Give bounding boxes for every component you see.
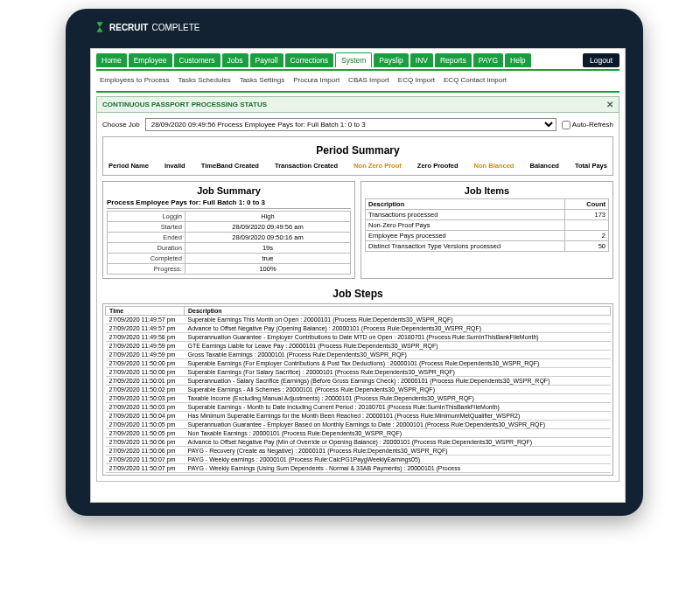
app-window: HomeEmployeeCustomersJobsPayrollCorrecti… [90, 48, 626, 503]
subnav-tasks-settings[interactable]: Tasks Settings [238, 74, 287, 86]
summary-two-col: Job Summary Process Employee Pays for: F… [102, 181, 613, 284]
subnav-ecq-import[interactable]: ECQ Import [396, 74, 437, 86]
auto-refresh-toggle[interactable]: Auto-Refresh [562, 121, 613, 129]
period-col: TimeBand Created [201, 162, 259, 170]
nav-tab-payg[interactable]: PAYG [473, 53, 503, 67]
job-summary-table: LogginHighStarted28/09/2020 09:49:56 amE… [107, 211, 351, 275]
table-row: LogginHigh [108, 212, 351, 222]
nav-tab-payslip[interactable]: Payslip [374, 53, 408, 67]
nav-tab-inv[interactable]: INV [410, 53, 433, 67]
job-items-table: DescriptionCountTransactions processed17… [365, 198, 609, 252]
nav-tab-help[interactable]: Help [505, 53, 530, 67]
panel-title: CONTINUOUS PASSPORT PROCESSING STATUS [102, 101, 267, 108]
table-row: Completedtrue [108, 254, 351, 264]
period-summary-title: Period Summary [107, 144, 609, 156]
table-row: 27/09/2020 11:49:59 pmGTE Earnings Liabl… [106, 342, 611, 351]
table-row: 27/09/2020 11:50:00 pmSuperable Earnings… [106, 359, 611, 368]
table-row: 27/09/2020 11:50:07 pmPAYG - Weekly earn… [106, 456, 611, 464]
job-items-box: Job Items DescriptionCountTransactions p… [360, 181, 613, 279]
job-steps-table: TimeDescription27/09/2020 11:49:57 pmSup… [105, 306, 611, 473]
period-col: Non Blanced [474, 162, 514, 170]
period-summary-box: Period Summary Period NameInvalidTimeBan… [102, 136, 613, 176]
period-summary-columns: Period NameInvalidTimeBand CreatedTransa… [107, 160, 609, 171]
nav-tab-employee[interactable]: Employee [129, 53, 172, 67]
table-row: 27/09/2020 11:50:06 pmPAYG - Recovery (C… [106, 447, 611, 456]
subnav-cbas-import[interactable]: CBAS Import [346, 74, 391, 86]
nav-tab-reports[interactable]: Reports [435, 53, 472, 67]
brand-name: RECRUIT [109, 23, 148, 32]
table-row: 27/09/2020 11:50:03 pmSuperable Earnings… [106, 403, 611, 412]
subnav-employees-to-process[interactable]: Employees to Process [98, 74, 172, 86]
table-row: Progress:100% [108, 264, 351, 275]
nav-tab-corrections[interactable]: Corrections [285, 53, 333, 67]
period-col: Non Zero Proof [354, 162, 402, 170]
choose-job-label: Choose Job [102, 121, 140, 129]
table-row: 27/09/2020 11:50:04 pmHas Minimum Supera… [106, 412, 611, 421]
table-header: DescriptionCount [366, 199, 609, 210]
close-icon[interactable]: ✕ [606, 100, 613, 109]
subnav-divider [96, 91, 620, 93]
period-col: Total Pays [575, 162, 607, 170]
table-row: 27/09/2020 11:49:57 pmSuperable Earnings… [106, 316, 611, 324]
sub-nav: Employees to ProcessTasks SchedulesTasks… [91, 71, 625, 89]
table-row: Transactions processed173 [366, 210, 609, 220]
subnav-procura-import[interactable]: Procura Import [291, 74, 341, 86]
brand-logo: RECRUIT COMPLETE [66, 19, 643, 42]
auto-refresh-checkbox[interactable] [562, 121, 570, 129]
brand-sub: COMPLETE [151, 23, 200, 32]
table-row: 27/09/2020 11:50:05 pmNon Taxable Earnin… [106, 429, 611, 438]
job-select[interactable]: 28/09/2020 09:49:56 Process Employee Pay… [145, 118, 556, 131]
subnav-tasks-schedules[interactable]: Tasks Schedules [177, 74, 233, 86]
table-row: Ended28/09/2020 09:50:16 am [108, 233, 351, 243]
table-row: 27/09/2020 11:50:05 pmSuperannuation Gua… [106, 421, 611, 429]
panel-body: Choose Job 28/09/2020 09:49:56 Process E… [96, 113, 620, 482]
period-col: Invalid [164, 162, 186, 170]
table-row: 27/09/2020 11:49:59 pmGross Taxable Earn… [106, 351, 611, 359]
nav-tab-customers[interactable]: Customers [174, 53, 220, 67]
main-nav: HomeEmployeeCustomersJobsPayrollCorrecti… [91, 49, 625, 69]
job-summary-box: Job Summary Process Employee Pays for: F… [102, 181, 355, 279]
table-row: Distinct Transaction Type Versions proce… [366, 241, 609, 252]
period-col: Balanced [530, 162, 559, 170]
period-col: Zero Proofed [417, 162, 458, 170]
table-row: 27/09/2020 11:49:58 pmSuperannuation Gua… [106, 333, 611, 342]
period-col: Transaction Created [275, 162, 338, 170]
nav-tab-jobs[interactable]: Jobs [222, 53, 248, 67]
table-row: 27/09/2020 11:50:02 pmSuperable Earnings… [106, 386, 611, 394]
table-row: 27/09/2020 11:49:57 pmAdvance to Offset … [106, 324, 611, 333]
table-row: 27/09/2020 11:50:06 pmAdvance to Offset … [106, 438, 611, 447]
table-row: Non-Zero Proof Pays [366, 220, 609, 231]
table-row: 27/09/2020 11:50:07 pmPAYG - Weekly Earn… [106, 464, 611, 473]
app-card: RECRUIT COMPLETE HomeEmployeeCustomersJo… [66, 9, 643, 516]
table-row: 27/09/2020 11:50:00 pmSuperable Earnings… [106, 368, 611, 377]
period-col: Period Name [108, 162, 149, 170]
nav-tab-system[interactable]: System [335, 52, 372, 67]
job-steps-box: TimeDescription27/09/2020 11:49:57 pmSup… [102, 303, 613, 476]
choose-job-row: Choose Job 28/09/2020 09:49:56 Process E… [102, 118, 613, 131]
nav-tab-payroll[interactable]: Payroll [250, 53, 284, 67]
job-summary-subhead: Process Employee Pays for: Full Batch 1:… [107, 198, 351, 209]
nav-tab-home[interactable]: Home [96, 53, 127, 67]
table-row: Employee Pays processed2 [366, 231, 609, 241]
panel-header: CONTINUOUS PASSPORT PROCESSING STATUS ✕ [96, 96, 620, 113]
job-summary-title: Job Summary [107, 185, 351, 196]
table-row: 27/09/2020 11:50:01 pmSuperannuation - S… [106, 377, 611, 386]
subnav-ecq-contact-import[interactable]: ECQ Contact Import [442, 74, 508, 86]
auto-refresh-label: Auto-Refresh [572, 121, 613, 129]
logout-button[interactable]: Logout [583, 53, 620, 67]
logo-icon [94, 21, 106, 33]
job-steps-title: Job Steps [102, 288, 613, 300]
table-row: Duration19s [108, 243, 351, 254]
job-items-title: Job Items [365, 185, 609, 196]
table-header: TimeDescription [106, 307, 611, 316]
table-row: Started28/09/2020 09:49:56 am [108, 222, 351, 233]
table-row: 27/09/2020 11:50:03 pmTaxable Income (Ex… [106, 394, 611, 403]
